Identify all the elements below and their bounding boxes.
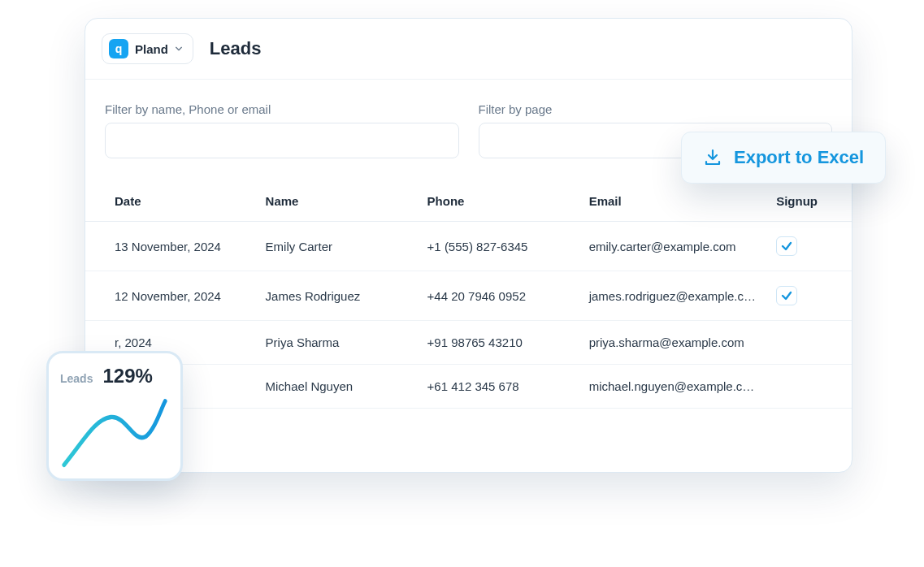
brand-logo-icon: q xyxy=(109,39,128,58)
col-header-date[interactable]: Date xyxy=(85,181,256,222)
cell-name: Michael Nguyen xyxy=(256,365,418,409)
cell-name: James Rodriguez xyxy=(256,271,418,321)
col-header-phone[interactable]: Phone xyxy=(418,181,579,222)
leads-table: Date Name Phone Email Signup 13 November… xyxy=(85,181,852,409)
col-header-name[interactable]: Name xyxy=(256,181,418,222)
cell-phone: +91 98765 43210 xyxy=(418,321,579,365)
cell-signup xyxy=(766,365,852,409)
table-row[interactable]: r, 2024Priya Sharma+91 98765 43210priya.… xyxy=(85,321,852,365)
table-row[interactable]: 13 November, 2024Emily Carter+1 (555) 82… xyxy=(85,222,852,271)
cell-phone: +44 20 7946 0952 xyxy=(418,271,579,321)
table-row[interactable]: 12 November, 2024James Rodriguez+44 20 7… xyxy=(85,271,852,321)
page-filter-label: Filter by page xyxy=(479,102,833,116)
chevron-down-icon xyxy=(175,45,183,53)
cell-signup xyxy=(766,271,852,321)
table-header-row: Date Name Phone Email Signup xyxy=(85,181,852,222)
widget-header: Leads 129% xyxy=(60,365,169,387)
cell-signup xyxy=(766,222,852,271)
download-icon xyxy=(703,148,722,167)
table-row[interactable]: r, 2024Michael Nguyen+61 412 345 678mich… xyxy=(85,365,852,409)
cell-phone: +61 412 345 678 xyxy=(418,365,579,409)
widget-value: 129% xyxy=(102,365,152,387)
cell-email: priya.sharma@example.com xyxy=(579,321,767,365)
cell-date: 13 November, 2024 xyxy=(85,222,256,271)
name-filter-group: Filter by name, Phone or email xyxy=(105,102,459,158)
check-icon xyxy=(776,236,797,256)
panel-header: q Pland Leads xyxy=(85,19,852,80)
cell-date: 12 November, 2024 xyxy=(85,271,256,321)
name-filter-input[interactable] xyxy=(105,123,459,158)
trend-line-icon xyxy=(60,392,169,472)
page-title: Leads xyxy=(210,38,262,59)
cell-signup xyxy=(766,321,852,365)
cell-name: Priya Sharma xyxy=(256,321,418,365)
cell-phone: +1 (555) 827-6345 xyxy=(418,222,579,271)
cell-email: michael.nguyen@example.com xyxy=(579,365,767,409)
col-header-email[interactable]: Email xyxy=(579,181,767,222)
cell-email: james.rodriguez@example.com xyxy=(579,271,767,321)
check-icon xyxy=(776,286,797,305)
brand-selector[interactable]: q Pland xyxy=(102,33,193,64)
cell-name: Emily Carter xyxy=(256,222,418,271)
leads-widget: Leads 129% xyxy=(46,351,183,481)
leads-panel: q Pland Leads Filter by name, Phone or e… xyxy=(85,18,852,473)
export-excel-button[interactable]: Export to Excel xyxy=(681,132,886,184)
widget-title: Leads xyxy=(60,372,93,385)
name-filter-label: Filter by name, Phone or email xyxy=(105,102,459,116)
export-excel-label: Export to Excel xyxy=(734,147,864,168)
cell-email: emily.carter@example.com xyxy=(579,222,767,271)
brand-name: Pland xyxy=(135,42,168,56)
col-header-signup[interactable]: Signup xyxy=(766,181,852,222)
